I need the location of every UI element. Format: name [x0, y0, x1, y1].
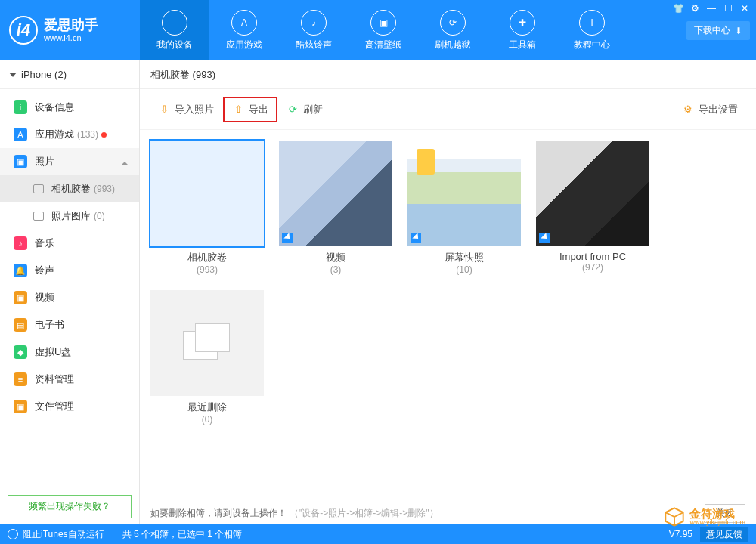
- shortcut-icon: [539, 233, 550, 243]
- album-0[interactable]: 相机胶卷(993): [150, 141, 264, 275]
- selection-status: 共 5 个相簿，已选中 1 个相簿: [122, 528, 243, 541]
- sidebar-item-6[interactable]: ▤电子书: [0, 311, 139, 338]
- album-2[interactable]: 屏幕快照(10): [407, 141, 521, 275]
- sidebar-icon: i: [14, 100, 27, 114]
- sidebar-icon: 🔔: [14, 264, 27, 277]
- sidebar-subitem-label: 相机胶卷: [51, 182, 91, 196]
- sidebar-item-label: 虚拟U盘: [35, 345, 71, 359]
- nav-tab-label: 教程中心: [574, 39, 610, 51]
- nav-icon: A: [231, 10, 257, 36]
- sidebar-icon: ♪: [14, 236, 27, 250]
- sidebar-item-label: 设备信息: [35, 100, 74, 114]
- nav-tab-2[interactable]: ♪酷炫铃声: [279, 0, 349, 60]
- sidebar-icon: ≡: [14, 372, 27, 386]
- nav-tab-label: 刷机越狱: [435, 39, 471, 51]
- gear-icon: ⚙: [682, 104, 694, 116]
- maximize-icon[interactable]: ☐: [723, 3, 733, 14]
- album-thumb: [150, 141, 264, 246]
- album-title: 最近删除: [150, 400, 264, 414]
- nav-icon: i: [579, 10, 605, 36]
- nav-tab-5[interactable]: ✚工具箱: [488, 0, 557, 60]
- nav-icon: ⟳: [440, 10, 466, 36]
- empty-album-icon: [183, 323, 231, 363]
- sidebar-icon: ▣: [14, 155, 27, 168]
- sidebar-item-4[interactable]: 🔔铃声: [0, 257, 139, 284]
- hint-path: （"设备->照片->相簿->编辑->删除"）: [290, 507, 438, 520]
- hint-text: 如要删除相簿，请到设备上操作！: [150, 507, 287, 520]
- folder-icon: [33, 212, 44, 221]
- refresh-button[interactable]: ⟳ 刷新: [279, 98, 330, 121]
- feedback-button[interactable]: 意见反馈: [700, 527, 748, 542]
- refresh-icon: ⟳: [287, 104, 299, 116]
- album-1[interactable]: 视频(3): [279, 141, 392, 275]
- sidebar-icon: ▣: [14, 400, 27, 413]
- import-photos-button[interactable]: ⇩ 导入照片: [150, 98, 222, 121]
- sidebar-subitem-label: 照片图库: [51, 209, 91, 223]
- sidebar-item-1[interactable]: A应用游戏(133): [0, 121, 139, 148]
- settings-icon[interactable]: ⚙: [689, 3, 700, 14]
- export-label: 导出: [249, 103, 268, 116]
- close-icon[interactable]: ✕: [739, 3, 750, 14]
- sidebar-item-7[interactable]: ◆虚拟U盘: [0, 338, 139, 366]
- sidebar-item-label: 音乐: [35, 236, 54, 250]
- nav-tab-6[interactable]: i教程中心: [557, 0, 627, 60]
- download-center-label: 下载中心: [694, 24, 730, 37]
- help-failure-button[interactable]: 频繁出现操作失败？: [8, 495, 132, 518]
- sidebar-icon: ▣: [14, 291, 27, 304]
- sidebar-subitem-2-0[interactable]: 相机胶卷(993): [0, 175, 139, 202]
- minimize-icon[interactable]: —: [706, 3, 717, 14]
- sidebar-item-label: 铃声: [35, 264, 54, 277]
- itunes-block-toggle[interactable]: 阻止iTunes自动运行: [23, 528, 104, 541]
- breadcrumb: 相机胶卷 (993): [140, 60, 756, 89]
- device-selector[interactable]: iPhone (2): [0, 60, 139, 89]
- nav-tab-4[interactable]: ⟳刷机越狱: [418, 0, 488, 60]
- album-count: (972): [536, 262, 649, 273]
- download-center-button[interactable]: 下载中心 ⬇: [686, 21, 750, 40]
- nav-tab-label: 应用游戏: [226, 39, 262, 51]
- folder-icon: [33, 184, 44, 193]
- export-settings-label: 导出设置: [699, 103, 738, 116]
- shortcut-icon: [411, 233, 421, 243]
- skin-icon[interactable]: 👕: [673, 3, 683, 14]
- album-4[interactable]: 最近删除(0): [150, 290, 264, 425]
- chevron-down-icon: [9, 73, 17, 77]
- nav-tab-3[interactable]: ▣高清壁纸: [349, 0, 418, 60]
- album-count: (0): [150, 414, 264, 425]
- sidebar-icon: A: [14, 128, 27, 141]
- album-thumb: [407, 141, 521, 246]
- sidebar-item-label: 视频: [35, 291, 54, 304]
- device-label: iPhone (2): [21, 69, 67, 80]
- sidebar-item-9[interactable]: ▣文件管理: [0, 393, 139, 420]
- sidebar-item-label: 电子书: [35, 318, 64, 332]
- album-title: 屏幕快照: [407, 251, 521, 264]
- nav-icon: ▣: [370, 10, 396, 36]
- sidebar-item-2[interactable]: ▣照片: [0, 148, 139, 175]
- export-button[interactable]: ⇧ 导出: [225, 98, 276, 121]
- album-title: Import from PC: [536, 251, 649, 262]
- sidebar-item-8[interactable]: ≡资料管理: [0, 366, 139, 393]
- sidebar-item-0[interactable]: i设备信息: [0, 94, 139, 121]
- nav-tab-0[interactable]: 我的设备: [140, 0, 209, 60]
- export-settings-button[interactable]: ⚙ 导出设置: [674, 98, 745, 121]
- sidebar-subitem-2-1[interactable]: 照片图库(0): [0, 202, 139, 230]
- nav-icon: [162, 10, 187, 36]
- download-icon: ⬇: [735, 26, 742, 36]
- sidebar-item-3[interactable]: ♪音乐: [0, 230, 139, 257]
- hint-close-button[interactable]: 关闭: [705, 504, 745, 523]
- nav-tab-label: 酷炫铃声: [296, 39, 332, 51]
- album-count: (993): [150, 264, 264, 275]
- album-title: 视频: [279, 251, 392, 264]
- brand-logo: i4 爱思助手 www.i4.cn: [0, 0, 140, 60]
- sidebar-item-5[interactable]: ▣视频: [0, 284, 139, 311]
- notification-dot-icon: [101, 132, 107, 138]
- import-icon: ⇩: [158, 104, 170, 116]
- chevron-up-icon: [121, 158, 129, 165]
- version-label: V7.95: [669, 529, 692, 539]
- nav-icon: ✚: [510, 10, 535, 36]
- nav-icon: ♪: [301, 10, 327, 36]
- nav-tab-1[interactable]: A应用游戏: [209, 0, 279, 60]
- sidebar-count: (0): [94, 211, 105, 221]
- refresh-label: 刷新: [303, 103, 323, 116]
- sidebar-count: (133): [77, 129, 98, 140]
- album-3[interactable]: Import from PC(972): [536, 141, 649, 275]
